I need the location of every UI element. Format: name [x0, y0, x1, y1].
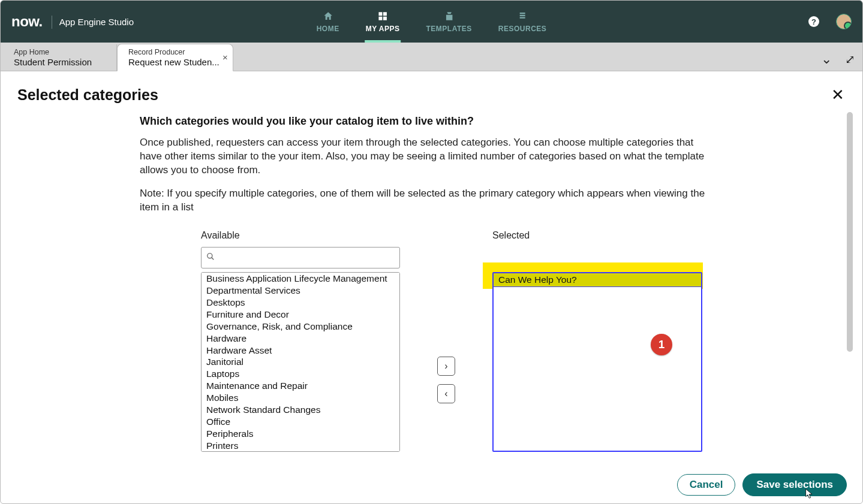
callout-badge-1: 1: [651, 334, 672, 355]
nav-label: MY APPS: [366, 25, 400, 33]
svg-point-4: [208, 253, 212, 258]
list-item[interactable]: Hardware Asset: [202, 345, 399, 357]
nav-resources[interactable]: RESOURCES: [485, 1, 560, 43]
question-heading: Which categories would you like your cat…: [140, 115, 720, 128]
home-icon: [322, 10, 334, 22]
list-item[interactable]: Departmental Services: [202, 285, 399, 297]
content-area: Which categories would you like your cat…: [1, 104, 720, 452]
list-item[interactable]: Peripherals: [202, 428, 399, 440]
description-2: Note: If you specify multiple categories…: [140, 187, 715, 215]
svg-rect-2: [378, 17, 382, 20]
list-item[interactable]: Business Application Lifecycle Managemen…: [202, 273, 399, 285]
tab-context: App Home: [14, 48, 103, 56]
available-search-input[interactable]: [218, 252, 395, 262]
cursor-icon: [805, 488, 814, 500]
tab-strip: App Home Student Permission Record Produ…: [1, 43, 862, 71]
nav-my-apps[interactable]: MY APPS: [353, 1, 413, 43]
list-item[interactable]: Hardware: [202, 333, 399, 345]
list-item[interactable]: Laptops: [202, 368, 399, 380]
list-item[interactable]: Furniture and Decor: [202, 309, 399, 321]
list-item[interactable]: Mobiles: [202, 392, 399, 404]
brand-name: App Engine Studio: [59, 17, 134, 27]
list-item[interactable]: Maintenance and Repair: [202, 380, 399, 392]
expand-icon[interactable]: ⤢: [845, 52, 855, 67]
available-search[interactable]: [201, 247, 400, 268]
list-item[interactable]: Printers: [202, 440, 399, 451]
tab-context: Record Producer: [128, 48, 219, 56]
list-item[interactable]: Governance, Risk, and Compliance: [202, 321, 399, 333]
logo: now.: [11, 13, 51, 30]
logo-block: now. App Engine Studio: [11, 13, 134, 30]
move-right-button[interactable]: ›: [437, 357, 455, 376]
apps-icon: [377, 10, 389, 22]
list-item[interactable]: Network Standard Changes: [202, 404, 399, 416]
description-1: Once published, requesters can access yo…: [140, 136, 715, 177]
tab-strip-actions: ⌄ ⤢: [821, 52, 855, 71]
available-listbox[interactable]: Business Application Lifecycle Managemen…: [201, 272, 400, 452]
chevron-down-icon[interactable]: ⌄: [821, 52, 832, 67]
templates-icon: [443, 10, 455, 22]
close-icon[interactable]: ×: [222, 53, 228, 63]
selected-label: Selected: [492, 230, 702, 241]
save-button[interactable]: Save selections: [742, 473, 847, 496]
header-right: ?: [808, 14, 852, 29]
list-item[interactable]: Janitorial: [202, 356, 399, 368]
app-header: now. App Engine Studio HOME MY APPS TEMP…: [1, 1, 862, 43]
transfer-arrows: › ‹: [437, 308, 455, 452]
nav-label: RESOURCES: [498, 25, 547, 33]
nav-templates[interactable]: TEMPLATES: [413, 1, 485, 43]
svg-rect-1: [383, 12, 387, 16]
top-nav: HOME MY APPS TEMPLATES RESOURCES: [303, 1, 560, 43]
cancel-button[interactable]: Cancel: [677, 474, 736, 496]
svg-line-5: [212, 257, 214, 259]
help-icon[interactable]: ?: [808, 16, 819, 27]
page-title: Selected categories: [17, 86, 158, 104]
tab-record-producer[interactable]: Record Producer Request new Studen... ×: [117, 44, 233, 71]
page-body: Selected categories ✕ Which categories w…: [1, 71, 862, 503]
selected-listbox[interactable]: Can We Help You?: [492, 272, 702, 452]
footer-buttons: Cancel Save selections: [677, 473, 847, 496]
available-column: Available Business Application Lifecycle…: [201, 230, 400, 452]
scrollbar-indicator[interactable]: [847, 112, 853, 352]
tab-title: Student Permission: [14, 57, 103, 67]
nav-home[interactable]: HOME: [303, 1, 353, 43]
nav-label: TEMPLATES: [426, 25, 472, 33]
search-icon: [206, 252, 215, 263]
move-left-button[interactable]: ‹: [437, 384, 455, 403]
selected-box-wrap: Can We Help You?: [492, 268, 702, 452]
list-item[interactable]: Desktops: [202, 297, 399, 309]
svg-rect-3: [383, 17, 387, 20]
tab-app-home[interactable]: App Home Student Permission: [3, 44, 117, 71]
svg-rect-0: [378, 12, 382, 16]
tab-title: Request new Studen...: [128, 57, 219, 67]
nav-label: HOME: [317, 25, 339, 33]
slushbucket: Available Business Application Lifecycle…: [201, 230, 720, 452]
avatar[interactable]: [836, 14, 852, 29]
resources-icon: [516, 10, 528, 22]
list-item[interactable]: Can We Help You?: [494, 273, 701, 287]
close-icon[interactable]: ✕: [831, 86, 844, 104]
list-item[interactable]: Office: [202, 416, 399, 428]
available-label: Available: [201, 230, 400, 241]
page-title-row: Selected categories ✕: [1, 71, 862, 104]
